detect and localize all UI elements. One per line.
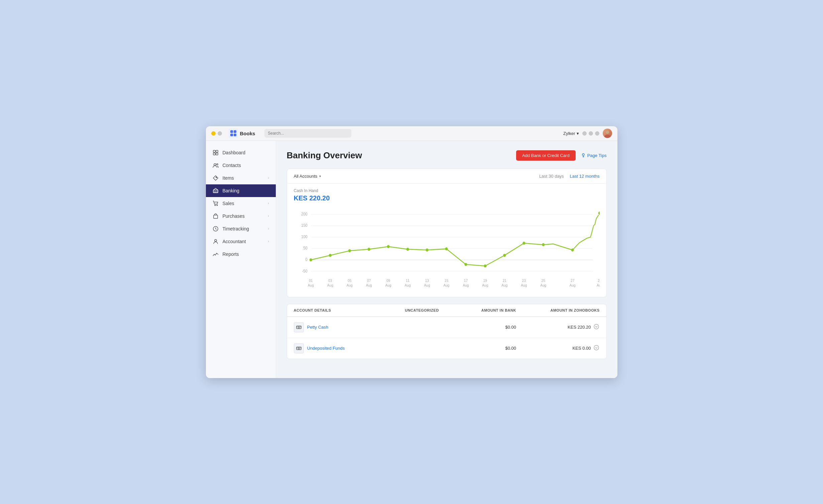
sidebar-item-sales[interactable]: Sales › [206,197,276,210]
svg-point-41 [406,247,409,250]
traffic-light-gray1[interactable] [218,131,222,136]
svg-point-39 [367,247,370,250]
svg-text:Aug: Aug [327,283,333,287]
svg-text:15: 15 [444,278,448,283]
sidebar-label-purchases: Purchases [223,213,245,219]
page-header-actions: Add Bank or Credit Card Page Tips [516,150,606,161]
account-cell-undeposited: Undeposited Funds [294,343,405,353]
items-chevron: › [268,176,269,180]
app-name: Books [240,131,255,136]
svg-point-49 [571,248,574,251]
sidebar-label-dashboard: Dashboard [223,150,246,155]
table-row: Undeposited Funds $0.00 KES 0.00 [287,338,606,359]
sidebar-label-banking: Banking [223,188,240,193]
banking-chart-card: All Accounts ▾ Last 30 days Last 12 mont… [287,169,607,297]
sales-chevron: › [268,201,269,205]
svg-point-47 [522,241,525,244]
svg-text:Aug: Aug [521,283,527,287]
chart-container: 200 150 100 50 0 -50 [287,203,606,297]
svg-point-82 [298,327,300,328]
undeposited-name[interactable]: Undeposited Funds [307,346,345,351]
svg-point-45 [484,264,486,267]
sidebar-item-purchases[interactable]: Purchases › [206,210,276,222]
sidebar-label-sales: Sales [223,201,234,206]
titlebar-user[interactable]: Zylker ▾ [563,131,579,136]
petty-cash-expand-btn[interactable] [593,324,599,331]
svg-text:Aug: Aug [385,283,391,287]
traffic-lights [211,131,222,136]
tc2 [589,131,593,136]
undeposited-expand-btn[interactable] [593,345,599,352]
svg-rect-7 [213,150,215,152]
sidebar-item-items[interactable]: Items › [206,172,276,184]
undeposited-bank-amount: $0.00 [461,346,516,351]
sidebar-item-timetracking[interactable]: Timetracking › [206,222,276,235]
add-bank-button[interactable]: Add Bank or Credit Card [516,150,576,161]
cash-label: Cash In Hand [294,188,600,193]
svg-text:Aug: Aug [443,283,449,287]
svg-text:Aug: Aug [366,283,372,287]
svg-text:17: 17 [464,278,467,283]
svg-rect-20 [214,215,218,218]
sidebar-item-banking[interactable]: Banking [206,184,276,197]
accounts-filter[interactable]: All Accounts ▾ [294,174,321,179]
svg-text:-50: -50 [302,268,308,273]
page-title: Banking Overview [287,150,362,161]
table-header: ACCOUNT DETAILS UNCATEGORIZED AMOUNT IN … [287,304,606,317]
svg-rect-0 [229,129,238,138]
svg-rect-4 [234,134,236,136]
tc3 [595,131,599,136]
svg-point-6 [604,135,610,138]
page-tips-button[interactable]: Page Tips [581,153,607,158]
clock-icon [213,226,219,232]
account-cell-petty-cash: Petty Cash [294,322,405,332]
undeposited-icon [294,343,304,353]
cart-icon [213,200,219,206]
sidebar-item-dashboard[interactable]: Dashboard [206,146,276,159]
th-amount-zohobooks: AMOUNT IN ZOHOBOOKS [516,308,600,312]
svg-rect-81 [297,326,301,329]
last-30-days-btn[interactable]: Last 30 days [539,174,564,179]
petty-cash-bank-amount: $0.00 [461,325,516,330]
th-uncategorized: UNCATEGORIZED [405,308,460,312]
sidebar-label-contacts: Contacts [223,163,241,168]
app-logo: Books [229,129,255,138]
avatar[interactable] [603,129,612,138]
svg-point-46 [503,254,506,257]
petty-cash-name[interactable]: Petty Cash [307,325,329,330]
svg-rect-8 [216,150,218,152]
traffic-light-yellow[interactable] [211,131,216,136]
svg-point-5 [606,131,609,134]
svg-point-37 [329,254,331,257]
sidebar-label-items: Items [223,175,234,181]
svg-point-44 [464,263,467,266]
petty-cash-icon [294,322,304,332]
sidebar-item-reports[interactable]: Reports [206,248,276,261]
svg-text:25: 25 [541,278,545,283]
svg-point-38 [348,249,351,252]
bag-icon [213,213,219,219]
date-filters: Last 30 days Last 12 months [539,174,600,179]
svg-rect-2 [234,130,236,133]
svg-text:07: 07 [367,278,371,283]
titlebar-search[interactable] [264,129,351,138]
sidebar-item-contacts[interactable]: Contacts [206,159,276,172]
svg-point-18 [215,205,215,205]
svg-point-43 [445,247,448,250]
accounts-filter-label: All Accounts [294,174,318,179]
svg-text:0: 0 [305,257,308,262]
svg-text:Aug: Aug [569,283,575,287]
titlebar-circles [582,131,599,136]
accountant-icon [213,238,219,244]
accounts-table: ACCOUNT DETAILS UNCATEGORIZED AMOUNT IN … [287,304,607,359]
sidebar: Dashboard Contacts [206,141,276,378]
svg-point-36 [309,258,312,261]
tag-icon [213,175,219,181]
svg-point-50 [598,211,599,215]
sidebar-label-accountant: Accountant [223,239,246,244]
main-layout: Dashboard Contacts [206,141,617,378]
purchases-chevron: › [268,214,269,218]
last-12-months-btn[interactable]: Last 12 months [570,174,600,179]
svg-point-19 [217,205,217,205]
sidebar-item-accountant[interactable]: Accountant › [206,235,276,248]
